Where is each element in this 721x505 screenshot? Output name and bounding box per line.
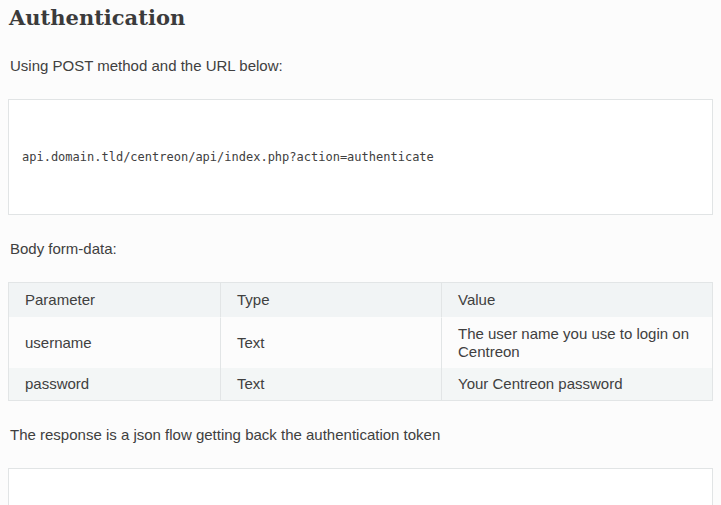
table-row-password: password Text Your Centreon password — [9, 368, 712, 400]
response-paragraph: The response is a json flow getting back… — [8, 425, 713, 444]
cell-type: Text — [220, 318, 441, 368]
cell-parameter: password — [9, 368, 220, 400]
cell-value: The user name you use to login on Centre… — [441, 318, 712, 368]
page-title: Authentication — [8, 4, 713, 32]
col-header-parameter: Parameter — [9, 283, 220, 318]
json-code-block: { "authToken": "NTc1MDU3MGE3M2JiODIuMjA4… — [8, 468, 713, 505]
doc-content: Authentication Using POST method and the… — [0, 0, 721, 505]
params-table: Parameter Type Value username Text The u… — [8, 282, 713, 401]
cell-value: Your Centreon password — [441, 368, 712, 400]
url-code-block: api.domain.tld/centreon/api/index.php?ac… — [8, 99, 713, 215]
table-header-row: Parameter Type Value — [9, 283, 712, 318]
col-header-value: Value — [441, 283, 712, 318]
body-form-label: Body form-data: — [8, 239, 713, 258]
cell-parameter: username — [9, 318, 220, 368]
cell-type: Text — [220, 368, 441, 400]
table-row-username: username Text The user name you use to l… — [9, 318, 712, 368]
intro-paragraph: Using POST method and the URL below: — [8, 56, 713, 75]
col-header-type: Type — [220, 283, 441, 318]
url-code-text: api.domain.tld/centreon/api/index.php?ac… — [22, 148, 699, 166]
